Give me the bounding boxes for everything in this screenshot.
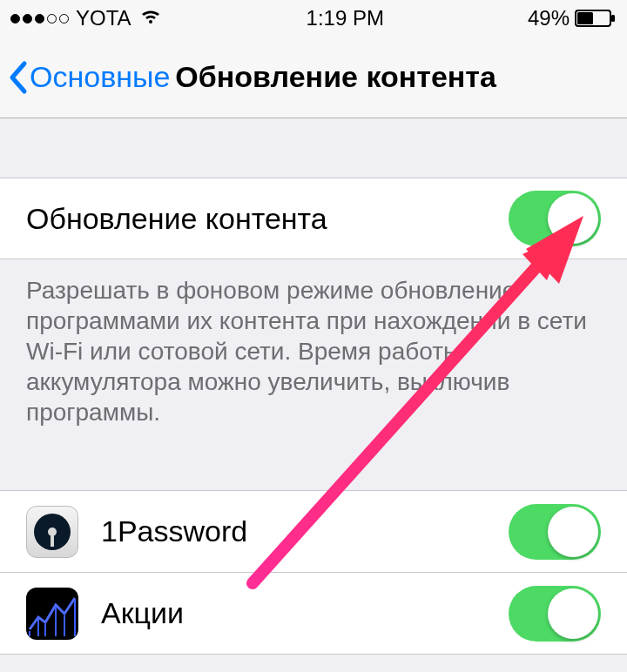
status-left: YOTA [10, 6, 163, 30]
background-refresh-master-cell: Обновление контента [0, 178, 627, 259]
back-button[interactable]: Основные [7, 60, 170, 95]
app-name-label: 1Password [101, 514, 509, 548]
app-toggle-1password[interactable] [509, 504, 601, 560]
section-footer-text: Разрешать в фоновом режиме обновление пр… [0, 259, 627, 448]
toggle-knob [548, 588, 598, 639]
nav-bar: Основные Обновление контента [0, 37, 627, 118]
app-row-stocks: Акции [0, 573, 627, 655]
wifi-icon [138, 6, 163, 30]
chevron-left-icon [7, 60, 30, 95]
app-name-label: Акции [101, 596, 509, 630]
toggle-knob [548, 193, 598, 244]
toggle-knob [548, 507, 598, 557]
master-toggle[interactable] [509, 191, 601, 246]
1password-icon [26, 506, 78, 558]
clock: 1:19 PM [307, 6, 384, 30]
status-right: 49% [528, 6, 617, 30]
carrier-label: YOTA [76, 6, 131, 30]
group-spacer [0, 448, 627, 490]
status-bar: YOTA 1:19 PM 49% [0, 0, 627, 37]
signal-strength-icon [10, 14, 69, 24]
app-list: 1Password Акции [0, 490, 627, 655]
page-title: Обновление контента [175, 60, 496, 94]
stocks-icon [26, 588, 78, 640]
svg-rect-2 [611, 15, 615, 22]
app-row-1password: 1Password [0, 491, 627, 573]
app-toggle-stocks[interactable] [509, 586, 601, 642]
back-label: Основные [30, 60, 170, 94]
battery-icon [575, 9, 617, 28]
battery-percent: 49% [528, 6, 570, 30]
master-toggle-label: Обновление контента [26, 202, 509, 236]
group-spacer [0, 118, 627, 178]
svg-rect-1 [577, 12, 593, 24]
